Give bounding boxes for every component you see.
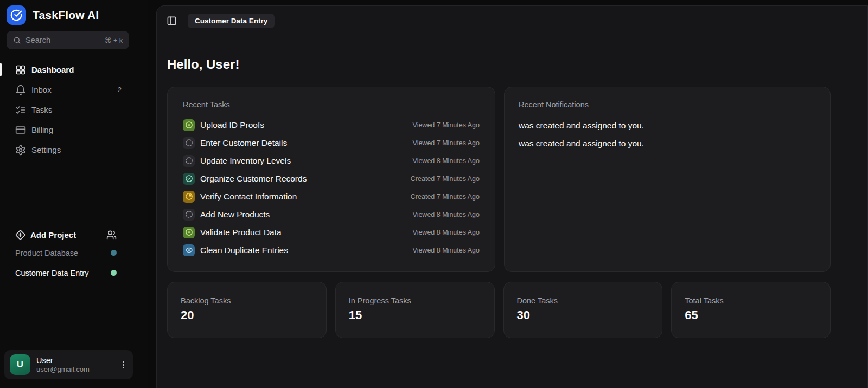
main-panel: Customer Data Entry Hello, User! Recent … xyxy=(156,5,868,388)
sidebar-item-label: Dashboard xyxy=(31,65,74,74)
recent-tasks-title: Recent Tasks xyxy=(183,100,480,109)
project-color-dot xyxy=(111,270,117,276)
task-meta: Viewed 7 Minutes Ago xyxy=(413,121,480,129)
notification-item: was created and assigned to you. xyxy=(519,117,816,134)
task-status-icon xyxy=(183,227,195,238)
task-meta: Created 7 Minutes Ago xyxy=(411,193,480,201)
top-bar: Customer Data Entry xyxy=(157,6,867,36)
task-label: Add New Products xyxy=(200,210,407,219)
dashboard-content: Hello, User! Recent Tasks Upload ID Proo… xyxy=(167,37,831,388)
recent-notifications-title: Recent Notifications xyxy=(519,100,816,109)
users-icon[interactable] xyxy=(106,230,117,240)
sidebar-item-label: Tasks xyxy=(31,105,52,114)
stat-value: 15 xyxy=(349,308,481,322)
list-checks-icon xyxy=(15,105,26,115)
search-icon xyxy=(13,36,21,44)
stat-card-done: Done Tasks 30 xyxy=(503,282,663,338)
task-label: Upload ID Proofs xyxy=(200,120,407,130)
sidebar-item-billing[interactable]: Billing xyxy=(0,120,148,140)
project-item-product-database[interactable]: Product Database xyxy=(0,243,148,263)
user-name: User xyxy=(36,355,113,365)
user-email: user@gmail.com xyxy=(36,365,113,374)
search-input[interactable] xyxy=(25,36,100,44)
credit-card-icon xyxy=(15,125,26,135)
page-title: Hello, User! xyxy=(167,57,831,72)
project-item-customer-data-entry[interactable]: Customer Data Entry xyxy=(0,263,148,283)
sidebar-item-label: Settings xyxy=(31,145,61,154)
stat-value: 30 xyxy=(517,308,649,322)
app-logo: TaskFlow AI xyxy=(0,0,148,25)
task-label: Clean Duplicate Entries xyxy=(200,245,407,255)
task-label: Update Inventory Levels xyxy=(200,156,407,166)
stat-label: Total Tasks xyxy=(685,296,817,305)
stat-card-backlog: Backlog Tasks 20 xyxy=(167,282,327,338)
notification-list: was created and assigned to you. was cre… xyxy=(519,117,816,152)
stat-value: 20 xyxy=(181,308,313,322)
task-row[interactable]: Validate Product Data Viewed 8 Minutes A… xyxy=(183,223,480,241)
task-label: Organize Customer Records xyxy=(200,174,405,184)
task-meta: Viewed 8 Minutes Ago xyxy=(413,211,480,218)
stats-row: Backlog Tasks 20 In Progress Tasks 15 Do… xyxy=(167,282,831,338)
search-bar[interactable]: ⌘ + k xyxy=(7,31,129,49)
task-row[interactable]: Update Inventory Levels Viewed 8 Minutes… xyxy=(183,152,480,170)
logo-check-icon xyxy=(7,5,26,25)
task-row[interactable]: Verify Contact Information Created 7 Min… xyxy=(183,187,480,205)
sidebar-item-label: Inbox xyxy=(31,85,52,94)
task-meta: Viewed 8 Minutes Ago xyxy=(413,247,480,254)
sidebar-toggle-icon[interactable] xyxy=(167,16,177,26)
task-status-icon xyxy=(183,244,195,256)
user-meta: User user@gmail.com xyxy=(36,355,113,374)
breadcrumb[interactable]: Customer Data Entry xyxy=(188,14,275,28)
project-name: Product Database xyxy=(15,249,111,257)
recent-notifications-card: Recent Notifications was created and ass… xyxy=(504,87,831,272)
avatar: U xyxy=(10,354,30,375)
task-row[interactable]: Add New Products Viewed 8 Minutes Ago xyxy=(183,205,480,223)
task-row[interactable]: Upload ID Proofs Viewed 7 Minutes Ago xyxy=(183,116,480,134)
task-row[interactable]: Organize Customer Records Created 7 Minu… xyxy=(183,170,480,187)
stat-value: 65 xyxy=(685,308,817,322)
add-project-label: Add Project xyxy=(30,230,101,240)
task-status-icon xyxy=(183,209,195,221)
task-meta: Viewed 8 Minutes Ago xyxy=(413,229,480,236)
recent-tasks-card: Recent Tasks Upload ID Proofs Viewed 7 M… xyxy=(167,87,495,272)
sidebar-nav: Dashboard Inbox 2 Tasks Billing Settin xyxy=(0,60,148,160)
project-name: Customer Data Entry xyxy=(15,269,111,277)
inbox-count-badge: 2 xyxy=(118,86,122,94)
user-menu-kebab-icon[interactable] xyxy=(119,358,127,372)
notification-item: was created and assigned to you. xyxy=(519,134,816,152)
stat-label: In Progress Tasks xyxy=(349,296,481,305)
task-row[interactable]: Clean Duplicate Entries Viewed 8 Minutes… xyxy=(183,241,480,259)
task-row[interactable]: Enter Customer Details Viewed 7 Minutes … xyxy=(183,134,480,152)
task-label: Validate Product Data xyxy=(200,228,407,237)
task-status-icon xyxy=(183,137,195,149)
task-list: Upload ID Proofs Viewed 7 Minutes Ago En… xyxy=(183,116,480,259)
task-status-icon xyxy=(183,119,195,131)
search-shortcut: ⌘ + k xyxy=(105,36,123,44)
gear-icon xyxy=(15,145,26,156)
sidebar-item-label: Billing xyxy=(31,125,53,134)
dashboard-icon xyxy=(15,64,26,75)
task-status-icon xyxy=(183,173,195,185)
sidebar-item-settings[interactable]: Settings xyxy=(0,140,148,160)
sidebar-item-tasks[interactable]: Tasks xyxy=(0,100,148,120)
sidebar: TaskFlow AI ⌘ + k Dashboard Inbox 2 xyxy=(0,0,148,388)
sidebar-item-inbox[interactable]: Inbox 2 xyxy=(0,80,148,100)
task-label: Enter Customer Details xyxy=(200,138,407,148)
task-status-icon xyxy=(183,191,195,203)
stat-label: Backlog Tasks xyxy=(181,296,313,305)
sidebar-item-dashboard[interactable]: Dashboard xyxy=(0,60,148,80)
task-meta: Viewed 7 Minutes Ago xyxy=(413,139,480,147)
task-label: Verify Contact Information xyxy=(200,192,405,202)
task-meta: Viewed 8 Minutes Ago xyxy=(413,157,480,165)
user-profile-card[interactable]: U User user@gmail.com xyxy=(4,350,133,379)
bell-icon xyxy=(15,85,26,95)
stat-card-total: Total Tasks 65 xyxy=(671,282,831,338)
stat-card-in-progress: In Progress Tasks 15 xyxy=(335,282,495,338)
app-title: TaskFlow AI xyxy=(33,9,99,22)
task-meta: Created 7 Minutes Ago xyxy=(411,175,480,183)
project-color-dot xyxy=(111,250,117,256)
task-status-icon xyxy=(183,155,195,167)
projects-section: Add Project Product Database Customer Da… xyxy=(0,227,148,283)
stat-label: Done Tasks xyxy=(517,296,649,305)
diamond-plus-icon xyxy=(15,230,25,240)
